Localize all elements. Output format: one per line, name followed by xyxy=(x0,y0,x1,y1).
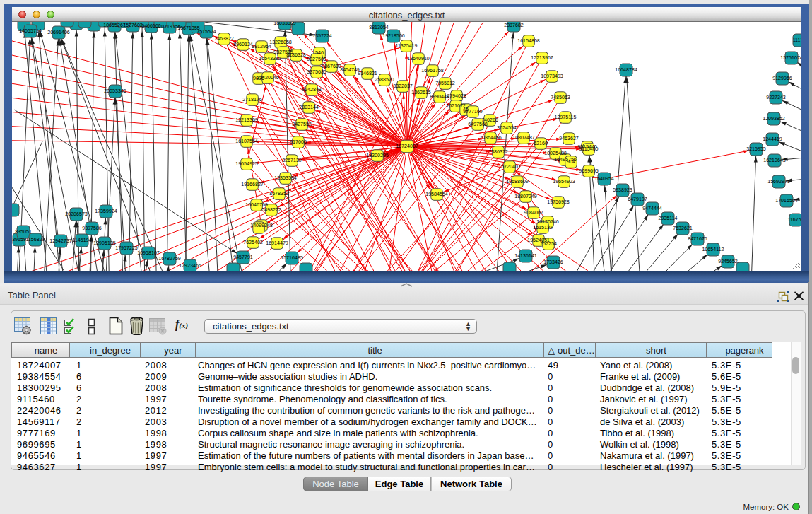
svg-text:20364456: 20364456 xyxy=(479,135,502,141)
svg-text:17359924: 17359924 xyxy=(95,209,117,214)
svg-text:13226058: 13226058 xyxy=(269,40,292,45)
svg-text:252254: 252254 xyxy=(540,241,557,247)
svg-text:9777169: 9777169 xyxy=(463,109,483,115)
svg-text:12975115: 12975115 xyxy=(554,115,576,120)
svg-text:14099348: 14099348 xyxy=(250,223,273,228)
svg-text:19654923: 19654923 xyxy=(553,179,575,185)
svg-text:6794028: 6794028 xyxy=(447,93,466,99)
svg-text:5498222: 5498222 xyxy=(261,207,281,213)
svg-text:3215955: 3215955 xyxy=(746,146,766,152)
svg-text:12213967: 12213967 xyxy=(531,55,553,61)
svg-text:16033809: 16033809 xyxy=(273,22,296,26)
svg-text:904: 904 xyxy=(567,159,575,165)
svg-text:1615132: 1615132 xyxy=(533,225,553,230)
svg-text:20206573: 20206573 xyxy=(65,211,88,217)
svg-text:9397586: 9397586 xyxy=(82,226,102,231)
svg-text:9245652: 9245652 xyxy=(718,259,738,264)
svg-text:16961758: 16961758 xyxy=(421,68,444,74)
svg-text:1362615: 1362615 xyxy=(411,90,431,95)
svg-text:18724007: 18724007 xyxy=(396,144,418,149)
svg-text:2935114: 2935114 xyxy=(658,216,677,221)
svg-text:19584554: 19584554 xyxy=(425,192,448,197)
svg-text:39159: 39159 xyxy=(12,237,26,243)
svg-text:16914479: 16914479 xyxy=(266,240,288,246)
svg-text:20053346: 20053346 xyxy=(104,88,126,94)
svg-text:14055714: 14055714 xyxy=(19,28,42,34)
svg-text:1156829: 1156829 xyxy=(25,237,45,243)
svg-text:8322037: 8322037 xyxy=(393,83,413,89)
svg-text:1244419: 1244419 xyxy=(763,136,782,142)
svg-text:3624554: 3624554 xyxy=(497,125,517,131)
svg-text:9227343: 9227343 xyxy=(766,95,786,100)
svg-text:9463627: 9463627 xyxy=(559,136,579,141)
svg-text:9115460: 9115460 xyxy=(579,146,598,152)
svg-text:8912954: 8912954 xyxy=(252,44,271,49)
svg-text:2387682: 2387682 xyxy=(504,23,524,28)
svg-text:2588520: 2588520 xyxy=(375,77,394,83)
svg-text:546: 546 xyxy=(315,50,324,56)
svg-text:9146821: 9146821 xyxy=(358,71,377,76)
svg-text:2803144: 2803144 xyxy=(299,105,319,110)
svg-text:12942737: 12942737 xyxy=(49,238,72,244)
svg-text:9327508: 9327508 xyxy=(307,57,326,62)
svg-text:19654925: 19654925 xyxy=(235,161,258,167)
svg-text:17016504: 17016504 xyxy=(775,198,798,204)
svg-text:20691406: 20691406 xyxy=(47,30,70,35)
svg-text:10025488: 10025488 xyxy=(544,151,567,156)
svg-text:116753: 116753 xyxy=(787,217,801,223)
svg-text:16782759: 16782759 xyxy=(158,256,181,262)
svg-text:17957225: 17957225 xyxy=(115,245,138,251)
svg-text:2867608: 2867608 xyxy=(322,64,341,69)
svg-text:8267130: 8267130 xyxy=(282,158,302,163)
svg-text:14136141: 14136141 xyxy=(514,253,537,259)
svg-text:8960124: 8960124 xyxy=(233,42,253,47)
svg-text:16210643: 16210643 xyxy=(763,158,786,163)
svg-text:19218506: 19218506 xyxy=(382,33,405,39)
svg-text:62160: 62160 xyxy=(534,141,548,146)
svg-text:19166827: 19166827 xyxy=(241,182,264,187)
svg-text:12353594: 12353594 xyxy=(274,175,297,181)
svg-text:12093852: 12093852 xyxy=(763,116,785,122)
svg-text:16648784: 16648784 xyxy=(615,67,637,73)
svg-text:16107554: 16107554 xyxy=(235,139,258,144)
svg-text:15751074: 15751074 xyxy=(780,55,801,61)
svg-text:3375685: 3375685 xyxy=(307,69,326,75)
svg-text:12213369: 12213369 xyxy=(235,117,258,123)
svg-text:9242848: 9242848 xyxy=(302,87,322,93)
svg-text:1640954: 1640954 xyxy=(594,176,614,182)
svg-text:11174: 11174 xyxy=(793,37,801,43)
svg-text:2718176: 2718176 xyxy=(242,97,262,103)
svg-text:7515524: 7515524 xyxy=(196,29,216,35)
svg-text:13640910: 13640910 xyxy=(407,56,430,62)
svg-text:9084067: 9084067 xyxy=(524,210,543,216)
svg-text:917006: 917006 xyxy=(290,139,307,145)
svg-text:7625402: 7625402 xyxy=(243,240,263,245)
svg-text:11325419: 11325419 xyxy=(395,43,417,49)
svg-text:19756928: 19756928 xyxy=(547,199,570,205)
svg-text:10654112: 10654112 xyxy=(702,247,724,252)
svg-text:6497568: 6497568 xyxy=(468,122,488,127)
svg-text:16154808: 16154808 xyxy=(517,38,540,44)
svg-text:1527602: 1527602 xyxy=(123,23,143,28)
svg-text:9129966: 9129966 xyxy=(772,76,792,81)
svg-text:7955812: 7955812 xyxy=(435,81,455,86)
svg-text:23420046: 23420046 xyxy=(257,75,279,81)
svg-text:8813054: 8813054 xyxy=(369,25,389,30)
svg-text:18300295: 18300295 xyxy=(366,153,389,158)
svg-text:18807249: 18807249 xyxy=(514,194,537,199)
svg-text:10807487: 10807487 xyxy=(512,135,535,141)
svg-text:10958107: 10958107 xyxy=(137,250,160,256)
svg-text:16543382: 16543382 xyxy=(259,56,281,62)
svg-text:15692971: 15692971 xyxy=(767,179,790,185)
svg-text:10688609: 10688609 xyxy=(506,179,529,185)
svg-text:10655267: 10655267 xyxy=(103,23,126,28)
svg-text:7357224: 7357224 xyxy=(312,33,332,39)
svg-text:7386372: 7386372 xyxy=(488,149,508,155)
svg-text:6479197: 6479197 xyxy=(628,197,647,202)
svg-text:7463822: 7463822 xyxy=(214,36,234,42)
svg-text:1145194: 1145194 xyxy=(72,238,91,243)
svg-text:12905135: 12905135 xyxy=(93,240,116,246)
svg-text:5938923: 5938923 xyxy=(613,187,632,193)
svg-text:1733426: 1733426 xyxy=(543,259,563,265)
svg-text:835051: 835051 xyxy=(15,229,32,235)
